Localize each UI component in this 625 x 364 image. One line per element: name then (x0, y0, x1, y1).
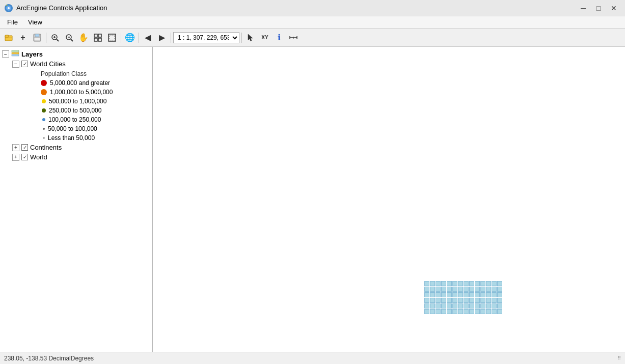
select-button[interactable] (244, 31, 257, 44)
grid-cell (458, 309, 463, 314)
legend-label-5: 100,000 to 250,000 (48, 116, 101, 123)
grid-cell (441, 281, 446, 286)
full-extent-icon (93, 33, 102, 42)
map-area[interactable] (153, 47, 625, 352)
grid-cell (430, 309, 435, 314)
grid-cell (447, 281, 452, 286)
grid-cell (497, 292, 502, 297)
grid-cell (492, 287, 497, 292)
grid-cell (458, 281, 463, 286)
grid-cell (447, 298, 452, 303)
full-extent-button[interactable] (91, 31, 104, 44)
grid-cell (497, 303, 502, 309)
grid-cell (486, 292, 491, 297)
zoom-out-button[interactable] (63, 31, 76, 44)
separator-5 (241, 33, 242, 43)
measure-icon (289, 33, 298, 42)
identify-button[interactable]: ℹ (273, 31, 286, 44)
grid-cell (452, 287, 457, 292)
legend-dot-2 (41, 89, 47, 95)
add-data-button[interactable]: + (16, 31, 30, 44)
world-cities-collapse-button[interactable]: − (12, 61, 19, 68)
grid-cell (447, 309, 452, 314)
legend-label-4: 250,000 to 500,000 (49, 107, 101, 114)
legend-row-7: Less than 50,000 (39, 133, 152, 143)
svg-rect-4 (5, 35, 9, 37)
grid-cell (452, 309, 457, 314)
grid-cell (480, 298, 485, 303)
zoom-in-button[interactable] (48, 31, 62, 44)
save-button[interactable] (31, 31, 44, 44)
grid-cell (441, 292, 446, 297)
grid-cell (492, 309, 497, 314)
grid-cell (441, 303, 446, 309)
maximize-button[interactable]: □ (591, 3, 606, 14)
grid-cell (452, 303, 457, 309)
coordinates-display: 238.05, -138.53 DecimalDegrees (4, 355, 94, 362)
grid-cell (430, 303, 435, 309)
forward-button[interactable]: ▶ (155, 31, 169, 44)
world-cities-checkbox[interactable] (21, 61, 28, 67)
grid-cell (441, 309, 446, 314)
grid-cell (475, 292, 480, 297)
status-bar: 238.05, -138.53 DecimalDegrees ⠿ (0, 352, 625, 364)
menu-view[interactable]: View (23, 17, 47, 27)
grid-cell (480, 287, 485, 292)
grid-cell (480, 281, 485, 286)
grid-cell (430, 292, 435, 297)
svg-rect-27 (12, 50, 19, 52)
grid-cell (436, 298, 441, 303)
minimize-button[interactable]: ─ (576, 3, 590, 14)
grid-cell (475, 281, 480, 286)
open-button[interactable] (2, 31, 15, 44)
close-button[interactable]: ✕ (607, 3, 621, 14)
grid-cell (469, 281, 474, 286)
grid-cell (424, 281, 429, 286)
legend-dot-6 (43, 128, 45, 130)
svg-line-11 (57, 39, 59, 41)
grid-cell (486, 281, 491, 286)
layers-collapse-button[interactable]: − (2, 50, 9, 58)
zoom-out-icon (65, 33, 74, 42)
measure-button[interactable] (287, 31, 300, 44)
world-expand-button[interactable]: + (12, 154, 19, 161)
grid-cell (430, 287, 435, 292)
legend-dot-7 (43, 137, 45, 139)
toc-root: − Layers (0, 49, 152, 59)
svg-rect-25 (12, 52, 19, 54)
grid-cell (486, 287, 491, 292)
grid-cell (497, 287, 502, 292)
grid-cell (497, 281, 502, 286)
pan-button[interactable]: ✋ (77, 31, 90, 44)
zoom-active-button[interactable] (105, 31, 119, 44)
globe-button[interactable]: 🌐 (123, 31, 137, 44)
menu-bar: File View (0, 16, 625, 29)
grid-cell (436, 287, 441, 292)
grid-cell (424, 287, 429, 292)
svg-rect-16 (98, 34, 101, 37)
continents-expand-button[interactable]: + (12, 144, 19, 151)
svg-rect-15 (94, 34, 97, 37)
world-label: World (30, 153, 47, 161)
world-checkbox[interactable] (21, 154, 28, 160)
menu-file[interactable]: File (2, 17, 23, 27)
xy-button[interactable]: XY (258, 31, 271, 44)
resize-handle: ⠿ (617, 355, 621, 361)
scale-dropdown[interactable]: 1 : 1, 307, 229, 653 (173, 32, 239, 43)
grid-cell (486, 303, 491, 309)
separator-4 (171, 33, 171, 43)
back-button[interactable]: ◀ (141, 31, 154, 44)
grid-cell (492, 281, 497, 286)
legend-row-4: 250,000 to 500,000 (39, 106, 152, 115)
sidebar: − Layers − World Cities Population Class… (0, 47, 153, 352)
world-cities-label: World Cities (30, 60, 66, 68)
grid-cell (441, 298, 446, 303)
grid-cell (464, 303, 469, 309)
legend-label-3: 500,000 to 1,000,000 (49, 98, 106, 105)
legend-label-7: Less than 50,000 (48, 134, 95, 142)
grid-cell (469, 309, 474, 314)
svg-rect-17 (94, 38, 97, 41)
save-icon (33, 33, 42, 42)
continents-checkbox[interactable] (21, 144, 28, 151)
grid-cell (458, 292, 463, 297)
